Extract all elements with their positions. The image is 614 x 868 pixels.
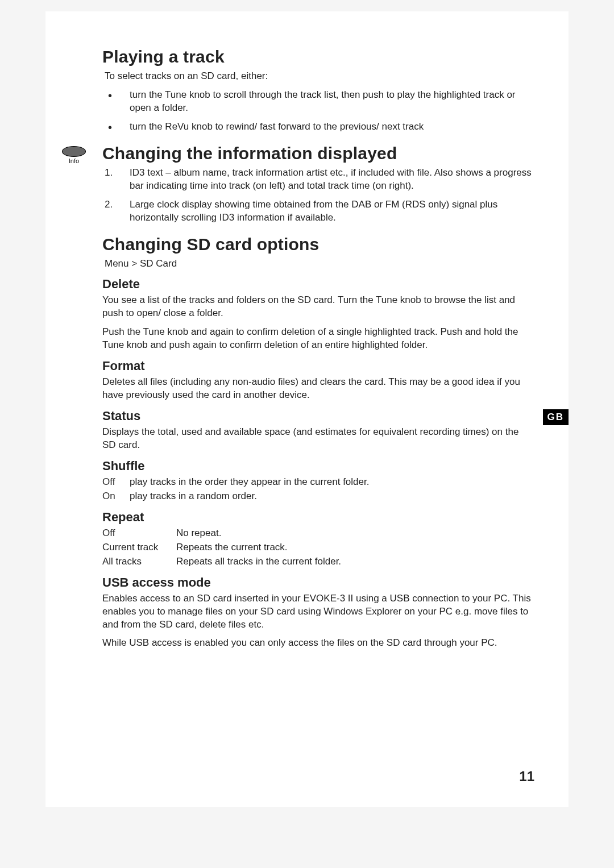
playing-intro: To select tracks on an SD card, either: bbox=[105, 70, 534, 83]
repeat-current-label: Current track bbox=[102, 541, 176, 554]
heading-changing-info: Changing the information displayed bbox=[102, 144, 534, 163]
shuffle-off-desc: play tracks in the order they appear in … bbox=[130, 476, 369, 489]
repeat-row-off: Off No repeat. bbox=[102, 527, 534, 540]
repeat-off-label: Off bbox=[102, 527, 176, 540]
oval-button-icon bbox=[62, 146, 86, 157]
status-p1: Displays the total, used and available s… bbox=[102, 426, 534, 452]
usb-p2: While USB access is enabled you can only… bbox=[102, 637, 534, 650]
shuffle-row-on: On play tracks in a random order. bbox=[102, 490, 534, 503]
playing-bullets: turn the Tune knob to scroll through the… bbox=[102, 89, 534, 134]
repeat-off-desc: No repeat. bbox=[176, 527, 221, 540]
heading-usb-access: USB access mode bbox=[102, 575, 534, 590]
heading-repeat: Repeat bbox=[102, 510, 534, 525]
heading-sd-options: Changing SD card options bbox=[102, 235, 534, 254]
heading-status: Status bbox=[102, 409, 534, 423]
shuffle-off-label: Off bbox=[102, 476, 130, 489]
heading-shuffle: Shuffle bbox=[102, 459, 534, 474]
repeat-all-label: All tracks bbox=[102, 555, 176, 568]
usb-p1: Enables access to an SD card inserted in… bbox=[102, 592, 534, 632]
format-p1: Deletes all files (including any non-aud… bbox=[102, 376, 534, 402]
repeat-table: Off No repeat. Current track Repeats the… bbox=[102, 527, 534, 568]
delete-p1: You see a list of the tracks and folders… bbox=[102, 294, 534, 320]
playing-bullet-2: turn the ReVu knob to rewind/ fast forwa… bbox=[102, 121, 534, 134]
repeat-all-desc: Repeats all tracks in the current folder… bbox=[176, 555, 341, 568]
changing-info-item-2: Large clock display showing time obtaine… bbox=[102, 198, 534, 225]
shuffle-table: Off play tracks in the order they appear… bbox=[102, 476, 534, 503]
repeat-current-desc: Repeats the current track. bbox=[176, 541, 288, 554]
heading-delete: Delete bbox=[102, 277, 534, 292]
gb-region-tab: GB bbox=[543, 409, 569, 425]
sd-menu-path: Menu > SD Card bbox=[105, 258, 534, 271]
shuffle-row-off: Off play tracks in the order they appear… bbox=[102, 476, 534, 489]
page-number: 11 bbox=[519, 769, 534, 784]
heading-format: Format bbox=[102, 359, 534, 373]
changing-info-list: ID3 text – album name, track information… bbox=[102, 167, 534, 225]
shuffle-on-label: On bbox=[102, 490, 130, 503]
changing-info-item-1: ID3 text – album name, track information… bbox=[102, 167, 534, 193]
info-icon-label: Info bbox=[61, 157, 86, 164]
section-changing-info: Info Changing the information displayed … bbox=[102, 144, 534, 225]
shuffle-on-desc: play tracks in a random order. bbox=[130, 490, 257, 503]
repeat-row-all: All tracks Repeats all tracks in the cur… bbox=[102, 555, 534, 568]
heading-playing-track: Playing a track bbox=[102, 47, 534, 67]
delete-p2: Push the Tune knob and again to confirm … bbox=[102, 326, 534, 352]
manual-page: GB Playing a track To select tracks on a… bbox=[45, 11, 569, 807]
repeat-row-current: Current track Repeats the current track. bbox=[102, 541, 534, 554]
info-button-icon: Info bbox=[61, 146, 86, 164]
playing-bullet-1: turn the Tune knob to scroll through the… bbox=[102, 89, 534, 115]
